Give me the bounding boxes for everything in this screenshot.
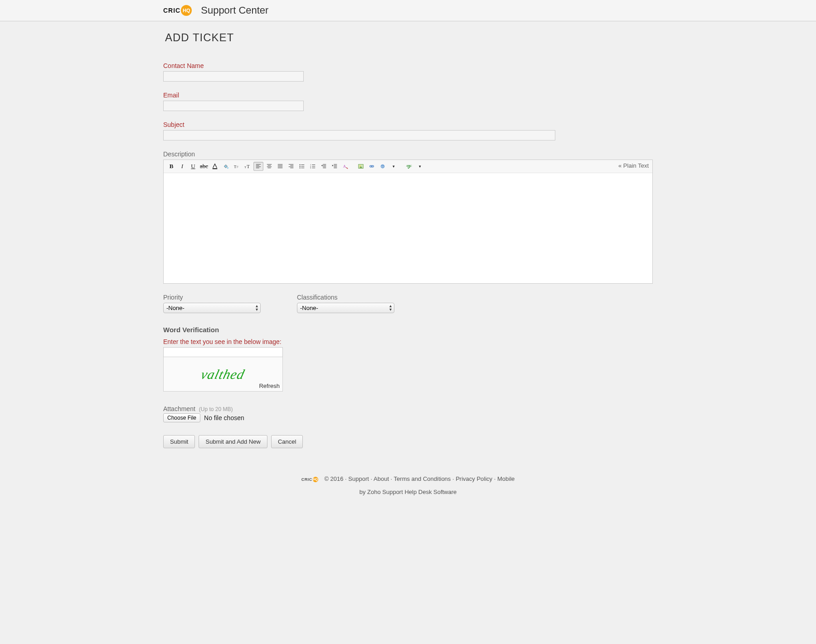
submit-add-new-button[interactable]: Submit and Add New [199,435,267,448]
logo-text-cric: CRIC [163,7,180,14]
indent-icon[interactable] [330,162,340,171]
contact-name-label: Contact Name [163,62,653,69]
contact-name-input[interactable] [163,71,304,82]
font-size-icon[interactable]: TT [243,162,253,171]
email-input[interactable] [163,101,304,111]
font-family-icon[interactable]: TF [232,162,242,171]
site-title: Support Center [201,5,268,16]
footer-copyright: © 2016 · [324,475,346,482]
footer: CRIC HQ © 2016 · Support · About · Terms… [163,475,653,513]
spellcheck-icon[interactable]: ABC [404,162,414,171]
outdent-icon[interactable] [319,162,329,171]
classifications-label: Classifications [297,294,394,301]
svg-point-22 [300,164,301,165]
svg-rect-0 [213,168,218,169]
svg-text:T: T [244,165,247,169]
subject-label: Subject [163,121,653,128]
submit-button[interactable]: Submit [163,435,195,448]
clear-formatting-icon[interactable]: A [340,162,350,171]
align-justify-icon[interactable] [275,162,285,171]
svg-point-44 [359,165,361,167]
captcha-text: valthed [199,367,247,382]
choose-file-button[interactable]: Choose File [163,413,200,422]
italic-icon[interactable]: I [177,162,187,171]
footer-link-support[interactable]: Support [348,475,369,482]
footer-link-privacy[interactable]: Privacy Policy [456,475,492,482]
page-title: ADD TICKET [165,31,653,44]
footer-link-terms[interactable]: Terms and Conditions [394,475,451,482]
logo[interactable]: CRIC HQ [163,5,192,16]
insert-html-icon[interactable]: <> [378,162,388,171]
footer-byline-prefix: by Zoho Support [359,489,405,495]
plain-text-toggle[interactable]: « Plain Text [618,162,649,169]
cancel-button[interactable]: Cancel [271,435,303,448]
priority-label: Priority [163,294,261,301]
svg-text:3: 3 [310,167,311,169]
footer-logo[interactable]: CRIC HQ [301,477,318,482]
svg-text:F: F [237,165,238,169]
numbered-list-icon[interactable]: 123 [308,162,318,171]
word-verification-heading: Word Verification [163,326,653,334]
background-color-icon[interactable] [221,162,231,171]
captcha-input[interactable] [163,347,283,357]
bullet-list-icon[interactable] [297,162,307,171]
captcha-refresh-link[interactable]: Refresh [259,383,280,389]
editor-toolbar: B I U abc TF TT [164,160,652,173]
description-label: Description [163,150,653,158]
svg-text:T: T [234,165,237,169]
header-bar: CRIC HQ Support Center [0,0,816,21]
subject-input[interactable] [163,130,555,140]
classifications-select[interactable]: -None- [297,303,394,313]
rich-text-editor: B I U abc TF TT [163,160,653,284]
svg-text:T: T [247,164,250,169]
dropdown-1-icon[interactable]: ▾ [389,162,398,171]
svg-point-1 [227,167,229,169]
word-verification-instruction: Enter the text you see in the below imag… [163,338,653,345]
captcha-image: valthed Refresh [163,357,283,392]
insert-image-icon[interactable] [356,162,366,171]
svg-point-24 [300,166,301,167]
priority-select[interactable]: -None- [163,303,261,313]
align-right-icon[interactable] [286,162,296,171]
align-left-icon[interactable] [253,162,263,171]
svg-text:ABC: ABC [406,165,412,167]
bold-icon[interactable]: B [166,162,176,171]
email-label: Email [163,92,653,99]
align-center-icon[interactable] [264,162,274,171]
description-textarea[interactable] [164,173,652,282]
dropdown-2-icon[interactable]: ▾ [415,162,425,171]
logo-ball-hq: HQ [181,5,192,16]
attachment-note: (Up to 20 MB) [199,406,233,412]
insert-link-icon[interactable] [367,162,377,171]
svg-point-46 [371,165,374,167]
footer-link-about[interactable]: About [374,475,389,482]
svg-text:<>: <> [381,165,384,168]
svg-text:A: A [343,164,346,169]
footer-link-mobile[interactable]: Mobile [497,475,515,482]
footer-byline-link[interactable]: Help Desk Software [404,489,457,495]
underline-icon[interactable]: U [188,162,198,171]
font-color-icon[interactable] [210,162,220,171]
strikethrough-icon[interactable]: abc [199,162,209,171]
attachment-label: Attachment [163,405,195,412]
file-chosen-status: No file chosen [204,414,244,421]
svg-point-26 [300,167,301,168]
